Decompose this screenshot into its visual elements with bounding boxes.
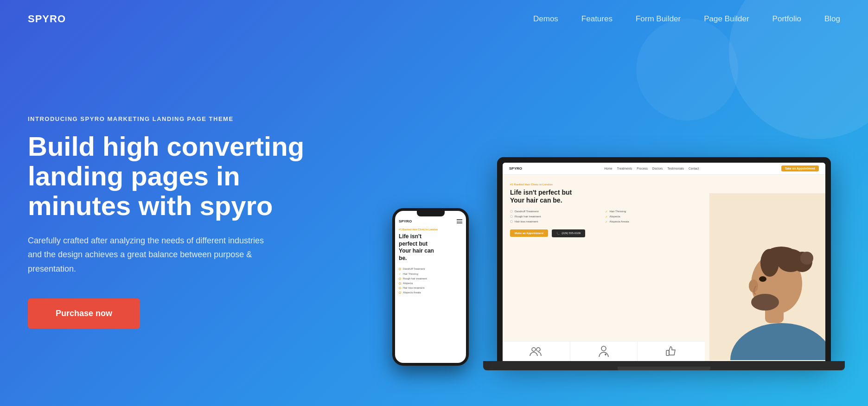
svg-point-12 [800,252,813,265]
nav-item-features[interactable]: Features [581,14,613,24]
laptop-nav-cta: Take an Appointment [781,165,819,171]
bottom-icon-1 [503,342,570,360]
phone-feature-item: Hair loss treatment [399,285,462,290]
bottom-icon-3 [638,342,705,360]
laptop-feature-6: ✓ Alopecia Areata [605,220,698,223]
phone-nav: SPYRO [399,219,462,223]
phone-feature-item: ✓ Hair Thinning [399,271,462,276]
svg-point-13 [751,294,779,311]
laptop-demo-headline: Life isn't perfect butYour hair can be. [510,189,697,204]
nav-link-features[interactable]: Features [581,14,613,23]
laptop-screen-inner: SPYRO Home Treatments Process Doctors Te… [503,163,825,361]
phone-feature-item: Rough hair treatment [399,276,462,281]
feature-text: Alopecia [403,282,413,285]
brand-logo: SPYRO [28,13,66,25]
phone-notch [417,211,445,216]
hero-description: Carefully crafted after analyzing the ne… [28,234,269,276]
hero-text: INTRODUCING SPYRO MARKETING LANDING PAGE… [28,115,304,328]
check-icon: ✓ [605,210,608,213]
svg-point-2 [601,346,606,351]
phone-feature-list: Dandruff Treatment ✓ Hair Thinning Rough… [399,266,462,295]
feature-dot-icon [399,278,401,280]
feature-dot-icon [399,292,401,294]
feature-label: Alopecia [610,215,620,218]
laptop-phone-btn: 📞 (229) 555-0109 [552,229,585,237]
feature-circle-icon [510,220,513,223]
feature-text: Rough hair treatment [403,277,427,280]
feature-dot-icon [399,282,401,285]
nav-item-form-builder[interactable]: Form Builder [636,14,681,24]
checkmark-icon: ✓ [399,272,401,275]
phone-feature-item: Alopecia Areata [399,290,462,295]
svg-point-14 [749,279,758,292]
laptop-nav-home: Home [604,167,612,170]
bottom-icons-strip [503,341,705,360]
people-icon [530,346,542,356]
laptop-buttons: Make an Appointment 📞 (229) 555-0109 [510,229,697,237]
check-icon: ✓ [605,220,608,223]
feature-label: Hair loss treatment [515,220,538,223]
nav-item-demos[interactable]: Demos [533,14,558,24]
nav-item-page-builder[interactable]: Page Builder [704,14,749,24]
svg-rect-3 [666,350,669,355]
phone-outer: SPYRO #1 Ranked Hair Clinic in London Li… [392,208,469,366]
feature-label: Dandruff Treatment [515,210,539,213]
headline-line1: Build high converting [28,131,304,161]
laptop-demo-tagline: #1 Ranked Hair Clinic in London [510,183,697,186]
laptop-feature-4: ✓ Alopecia [605,215,698,218]
feature-dot-icon [399,287,401,289]
hero-tagline: INTRODUCING SPYRO MARKETING LANDING PAGE… [28,115,304,122]
feature-label: Rough hair treatment [515,215,541,218]
phone-inner: SPYRO #1 Ranked Hair Clinic in London Li… [395,211,466,363]
laptop-person-svg [709,193,825,360]
purchase-now-button[interactable]: Purchase now [28,298,140,329]
phone-demo-headline: Life isn'tperfect butYour hair canbe. [399,233,462,262]
nav-link-page-builder[interactable]: Page Builder [704,14,749,23]
feature-dot-icon [399,268,401,270]
hamburger-line [457,219,462,220]
svg-point-0 [532,348,536,351]
nav-item-portfolio[interactable]: Portfolio [772,14,801,24]
laptop-feature-2: ✓ Hair Thinning [605,210,698,213]
laptop-nav-testimonials: Testimonials [667,167,684,170]
phone-demo-logo: SPYRO [399,219,412,223]
phone-content: SPYRO #1 Ranked Hair Clinic in London Li… [395,211,466,363]
laptop-feature-5: Hair loss treatment [510,220,603,223]
hamburger-icon [457,219,462,223]
headline-line2: landing pages in [28,161,240,191]
svg-point-10 [760,249,779,277]
laptop-hero-left: #1 Ranked Hair Clinic in London Life isn… [503,175,705,360]
hero-headline: Build high converting landing pages in m… [28,132,304,220]
laptop-base [483,361,845,370]
phone-feature-item: Dandruff Treatment [399,266,462,271]
laptop-hero-person-area [705,175,825,360]
navbar: SPYRO Demos Features Form Builder Page B… [0,0,868,38]
nav-link-portfolio[interactable]: Portfolio [772,14,801,23]
laptop-hero: #1 Ranked Hair Clinic in London Life isn… [503,175,825,360]
feature-circle-icon [510,210,513,213]
nav-link-form-builder[interactable]: Form Builder [636,14,681,23]
feature-text: Dandruff Treatment [403,267,425,270]
nav-item-blog[interactable]: Blog [824,14,840,24]
hamburger-line [457,221,462,222]
laptop-device: SPYRO Home Treatments Process Doctors Te… [497,157,831,380]
phone-device: SPYRO #1 Ranked Hair Clinic in London Li… [392,208,469,366]
nav-link-demos[interactable]: Demos [533,14,558,23]
phone-icon: 📞 [556,232,560,235]
phone-feature-item: Alopecia [399,281,462,285]
feature-circle-icon [510,215,513,218]
hero-body: INTRODUCING SPYRO MARKETING LANDING PAGE… [0,38,868,406]
feature-text: Alopecia Areata [403,291,421,294]
feature-label: Alopecia Areata [610,220,629,223]
laptop-demo-logo: SPYRO [509,166,522,171]
feature-text: Hair Thinning [403,273,418,275]
bottom-icon-2 [570,342,638,360]
laptop-features: Dandruff Treatment ✓ Hair Thinning Rough… [510,210,697,223]
svg-point-1 [536,348,540,351]
laptop-nav-treatments: Treatments [617,167,632,170]
hero-section: SPYRO Demos Features Form Builder Page B… [0,0,868,406]
laptop-nav: SPYRO Home Treatments Process Doctors Te… [503,163,825,175]
laptop-nav-process: Process [637,167,647,170]
nav-link-blog[interactable]: Blog [824,14,840,23]
nav-links: Demos Features Form Builder Page Builder… [533,14,840,24]
